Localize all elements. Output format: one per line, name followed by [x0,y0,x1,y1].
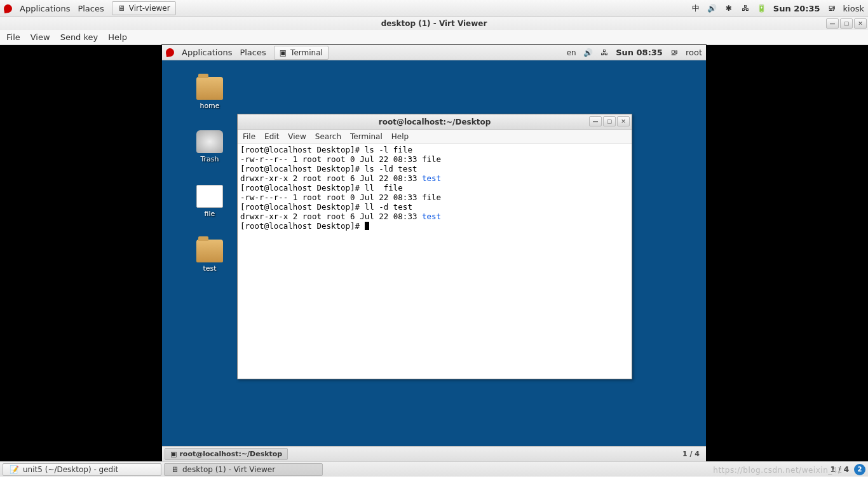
guest-applications-menu[interactable]: Applications [182,48,232,57]
guest-body[interactable]: home Trash file test root@localhost:~/De… [162,60,706,446]
guest-taskbar: ▣ root@localhost:~/Desktop 1 / 4 [162,446,706,461]
desktop-icon-trash[interactable]: Trash [191,130,229,163]
term-menu-help[interactable]: Help [391,132,409,141]
host-pager[interactable]: 1 / 4 [831,465,851,474]
folder-icon [196,240,223,262]
active-app-label: Virt-viewer [129,4,170,13]
guest-task-label: root@localhost:~/Desktop [179,450,282,458]
guest-user-menu[interactable]: root [686,48,702,57]
close-button[interactable]: ✕ [854,18,867,29]
guest-viewport: Applications Places ▣ Terminal en 🔊 🖧 Su… [0,45,868,461]
redhat-icon [3,3,13,13]
vv-menu-help[interactable]: Help [108,32,127,42]
guest-places-menu[interactable]: Places [240,48,266,57]
places-menu[interactable]: Places [78,4,104,13]
guest-active-app-label: Terminal [290,48,323,57]
vv-menu-view[interactable]: View [31,32,50,42]
clock[interactable]: Sun 20:35 [773,4,820,13]
icon-label: home [191,102,229,110]
vv-window-title: desktop (1) - Virt Viewer [381,19,487,28]
term-menu-file[interactable]: File [243,132,255,141]
user-menu[interactable]: kiosk [843,4,864,13]
guest-top-panel: Applications Places ▣ Terminal en 🔊 🖧 Su… [162,45,706,60]
desktop-icon-test[interactable]: test [191,240,229,273]
guest-task-terminal[interactable]: ▣ root@localhost:~/Desktop [165,448,288,460]
terminal-close-button[interactable]: ✕ [617,116,630,126]
term-menu-view[interactable]: View [288,132,306,141]
host-task-gedit[interactable]: 📝 unit5 (~/Desktop) - gedit [3,463,161,476]
host-taskbar: 📝 unit5 (~/Desktop) - gedit 🖥 desktop (1… [0,461,868,477]
guest-pager[interactable]: 1 / 4 [682,450,703,458]
vv-menu-sendkey[interactable]: Send key [60,32,98,42]
guest-lang-indicator[interactable]: en [566,48,576,58]
vv-menu-file[interactable]: File [6,32,20,42]
terminal-maximize-button[interactable]: ▢ [603,116,616,126]
active-app-indicator[interactable]: 🖥 Virt-viewer [112,1,176,15]
guest-active-app[interactable]: ▣ Terminal [274,46,329,60]
term-menu-edit[interactable]: Edit [264,132,279,141]
vv-menubar: File View Send key Help [0,30,868,45]
desktop-icon-file[interactable]: file [191,185,229,218]
guest-network-icon[interactable]: 🖧 [599,48,609,58]
network-icon[interactable]: 🖧 [740,3,750,13]
host-task-virt-viewer[interactable]: 🖥 desktop (1) - Virt Viewer [164,463,323,476]
workspace-switcher-icon[interactable]: 2 [854,464,865,475]
folder-icon [196,77,223,100]
guest-user-icon: 🖳 [669,48,679,58]
terminal-body[interactable]: [root@localhost Desktop]# ls -l file -rw… [238,144,632,379]
battery-icon[interactable]: 🔋 [757,3,767,13]
user-icon: 🖳 [827,3,837,13]
icon-label: Trash [191,155,229,163]
host-top-panel: Applications Places 🖥 Virt-viewer 中 🔊 ✱ … [0,0,868,17]
icon-label: file [191,210,229,218]
terminal-menubar: File Edit View Search Terminal Help [238,130,632,144]
term-menu-terminal[interactable]: Terminal [350,132,383,141]
icon-label: test [191,264,229,273]
bluetooth-icon[interactable]: ✱ [724,3,734,13]
watermark: https://blog.csdn.net/weixin_42 [713,466,843,475]
host-task-label: desktop (1) - Virt Viewer [182,465,275,474]
terminal-title: root@localhost:~/Desktop [379,118,491,126]
guest-clock[interactable]: Sun 08:35 [616,48,663,57]
terminal-minimize-button[interactable]: — [589,116,602,126]
guest-desktop[interactable]: Applications Places ▣ Terminal en 🔊 🖧 Su… [162,45,706,461]
terminal-window[interactable]: root@localhost:~/Desktop — ▢ ✕ File Edit… [237,114,632,379]
host-task-label: unit5 (~/Desktop) - gedit [23,465,118,474]
desktop-icon-home[interactable]: home [191,77,229,110]
volume-icon[interactable]: 🔊 [707,3,717,13]
terminal-icon: ▣ [170,450,177,458]
term-menu-search[interactable]: Search [315,132,341,141]
ime-indicator[interactable]: 中 [691,3,701,13]
applications-menu[interactable]: Applications [20,4,70,13]
guest-volume-icon[interactable]: 🔊 [583,48,593,58]
file-icon [196,185,223,208]
trash-icon [196,130,223,153]
virt-viewer-icon: 🖥 [118,4,125,13]
gedit-icon: 📝 [10,465,19,474]
maximize-button[interactable]: ▢ [840,18,853,29]
guest-redhat-icon [165,48,175,57]
minimize-button[interactable]: — [826,18,839,29]
virt-viewer-icon: 🖥 [171,465,179,474]
terminal-titlebar[interactable]: root@localhost:~/Desktop — ▢ ✕ [238,114,632,130]
terminal-icon: ▣ [280,48,287,57]
vv-window-titlebar: desktop (1) - Virt Viewer — ▢ ✕ [0,17,868,30]
